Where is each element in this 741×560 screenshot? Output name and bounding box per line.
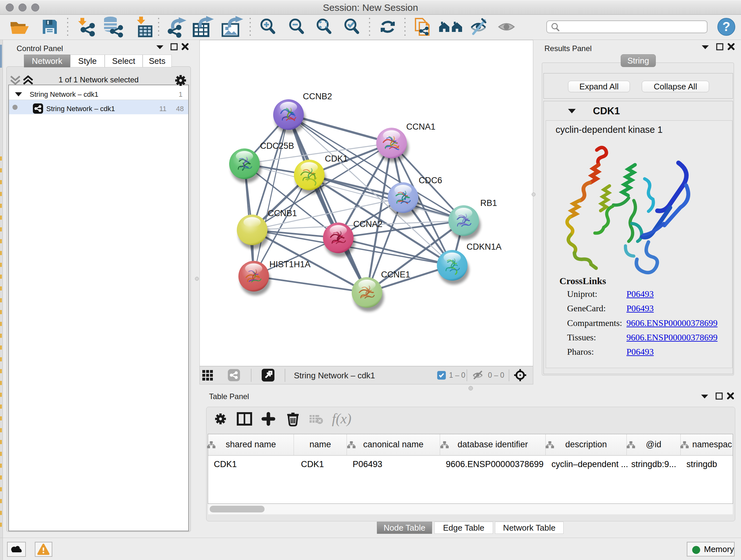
svg-text:CCNA2: CCNA2: [353, 219, 383, 229]
svg-text:CCNE1: CCNE1: [381, 270, 410, 279]
svg-text:CDC25B: CDC25B: [260, 141, 294, 151]
svg-text:CCNB1: CCNB1: [268, 208, 297, 218]
svg-text:1 – 0: 1 – 0: [449, 371, 465, 379]
svg-text:CCNA1: CCNA1: [406, 122, 435, 132]
svg-text:CDKN1A: CDKN1A: [467, 242, 502, 252]
svg-text:?: ?: [723, 19, 730, 34]
svg-text:CDK1: CDK1: [325, 154, 348, 164]
svg-text:HIST1H1A: HIST1H1A: [269, 260, 311, 269]
svg-text:RB1: RB1: [480, 198, 497, 208]
svg-text:f(x): f(x): [332, 411, 351, 427]
svg-text:0 – 0: 0 – 0: [488, 371, 504, 379]
svg-text:CDC6: CDC6: [419, 176, 442, 185]
svg-text:CCNB2: CCNB2: [303, 91, 332, 101]
